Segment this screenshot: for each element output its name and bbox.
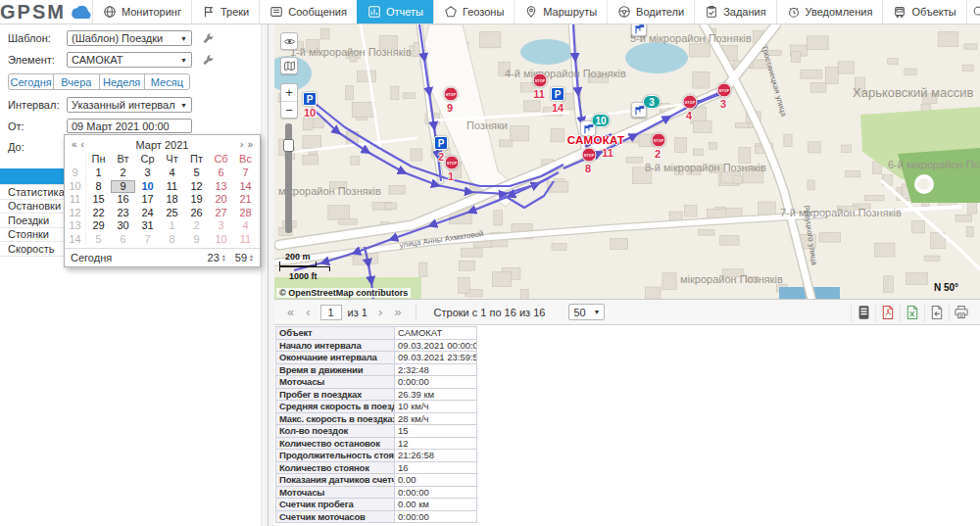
next-page-button[interactable]: › (372, 305, 388, 319)
print-export-button[interactable] (949, 303, 973, 322)
calendar-today-link[interactable]: Сегодня (71, 252, 199, 263)
calendar-day-cell[interactable]: 27 (209, 207, 233, 220)
excel-export-button[interactable] (900, 303, 924, 322)
nav-item-7[interactable]: Водители (607, 0, 694, 24)
calendar-day-cell[interactable]: 6 (209, 167, 233, 180)
stop-marker[interactable]: STOP (652, 133, 666, 148)
calendar-day-cell[interactable]: 16 (111, 193, 135, 207)
calendar-day-cell[interactable]: 7 (135, 233, 160, 247)
quick-range-3[interactable]: Неделя (99, 73, 145, 90)
zoom-in-button[interactable]: + (281, 84, 297, 101)
calendar-next-month-icon[interactable]: › (238, 139, 245, 150)
map-visibility-eye-button[interactable] (280, 32, 298, 50)
nav-item-1[interactable]: Мониторинг (92, 0, 191, 24)
nav-item-3[interactable]: Сообщения (259, 0, 357, 24)
calendar-day-cell[interactable]: 7 (233, 167, 258, 180)
calendar-day-cell[interactable]: 23 (111, 207, 135, 220)
prev-page-button[interactable]: ‹ (300, 305, 316, 319)
calendar-day-cell[interactable]: 11 (160, 180, 184, 194)
calendar-hour-spinner[interactable]: 23 ▲▼ (208, 252, 226, 263)
calendar-day-cell[interactable]: 5 (86, 233, 111, 247)
quick-range-1[interactable]: Сегодня (8, 73, 54, 90)
stop-marker[interactable]: STOP (444, 87, 459, 102)
export-export-button[interactable] (924, 303, 949, 322)
page-number-input[interactable]: 1 (320, 305, 342, 320)
parking-marker[interactable]: P (434, 136, 448, 150)
calendar-day-cell[interactable]: 24 (135, 207, 160, 220)
nav-item-2[interactable]: Треки (191, 0, 259, 24)
calendar-day-cell[interactable]: 4 (233, 219, 258, 233)
map-attribution[interactable]: © OpenStreetMap contributors (276, 288, 411, 298)
calendar-day-cell[interactable]: 22 (86, 207, 111, 220)
calendar-prev-month-icon[interactable]: ‹ (79, 139, 86, 150)
parking-marker[interactable]: P (551, 87, 564, 101)
calendar-day-cell[interactable]: 2 (184, 219, 209, 233)
calendar-day-cell[interactable]: 9 (184, 233, 209, 247)
pdf-export-button[interactable] (875, 303, 900, 322)
template-select[interactable]: (Шаблон) Поездки ▼ (67, 30, 192, 46)
nav-item-5[interactable]: Геозоны (433, 0, 514, 24)
quick-range-4[interactable]: Месяц (144, 73, 190, 90)
calendar-title[interactable]: Март 2021 (86, 139, 238, 151)
map-layers-button[interactable] (280, 57, 298, 74)
finish-flags-marker[interactable] (631, 24, 647, 36)
template-settings-wrench-icon[interactable] (202, 32, 215, 45)
date-from-input[interactable]: 09 Март 2021 00:00 (67, 119, 192, 133)
calendar-day-cell[interactable]: 6 (111, 233, 135, 247)
calendar-day-cell[interactable]: 3 (209, 219, 233, 233)
calendar-day-cell[interactable]: 10 (209, 233, 233, 247)
calendar-day-cell[interactable]: 11 (233, 233, 258, 247)
calendar-day-cell[interactable]: 8 (86, 180, 111, 194)
calendar-day-cell[interactable]: 19 (184, 193, 209, 207)
nav-item-9[interactable]: Уведомления (776, 0, 883, 24)
calendar-day-cell[interactable]: 17 (135, 193, 160, 207)
calendar-day-cell[interactable]: 14 (233, 180, 258, 194)
interval-select[interactable]: Указанный интервал ▼ (67, 97, 192, 113)
nav-item-4[interactable]: Отчеты (357, 0, 433, 24)
calendar-day-cell[interactable]: 31 (135, 219, 160, 233)
stop-marker[interactable]: STOP (445, 156, 460, 170)
panel-splitter[interactable] (269, 24, 274, 526)
calendar-day-cell[interactable]: 4 (160, 167, 184, 180)
zoom-slider[interactable] (285, 123, 292, 233)
calendar-day-cell[interactable]: 13 (209, 180, 233, 194)
page-size-select[interactable]: 50 ▼ (568, 304, 605, 320)
nav-item-6[interactable]: Маршруты (514, 0, 607, 24)
quick-range-2[interactable]: Вчера (53, 73, 99, 90)
calendar-day-cell[interactable]: 20 (209, 193, 233, 207)
calendar-day-cell[interactable]: 5 (184, 167, 209, 180)
spinner-arrows-icon[interactable]: ▲▼ (249, 254, 254, 262)
spinner-arrows-icon[interactable]: ▲▼ (221, 254, 226, 262)
calendar-day-cell[interactable]: 12 (184, 180, 209, 194)
parking-marker[interactable]: P (303, 92, 317, 106)
calendar-day-cell[interactable]: 8 (160, 233, 184, 247)
calendar-day-cell[interactable]: 1 (86, 167, 111, 180)
stop-marker[interactable]: STOP (717, 83, 732, 98)
calendar-day-cell[interactable]: 25 (160, 207, 184, 220)
calendar-next-year-icon[interactable]: » (245, 139, 255, 150)
calendar-day-cell[interactable]: 3 (135, 167, 160, 180)
element-settings-wrench-icon[interactable] (202, 54, 215, 67)
element-select[interactable]: САМОКАТ ▼ (67, 52, 192, 68)
nav-item-10[interactable]: Объекты (882, 0, 965, 24)
first-page-button[interactable]: « (281, 305, 300, 319)
zoom-out-button[interactable]: − (281, 101, 297, 118)
last-page-button[interactable]: » (388, 305, 407, 319)
calendar-minute-spinner[interactable]: 59 ▲▼ (235, 252, 254, 263)
calendar-day-cell[interactable]: 2 (111, 167, 135, 180)
stop-marker[interactable]: STOP (533, 73, 548, 88)
zoom-slider-thumb[interactable] (283, 139, 294, 152)
calendar-day-cell[interactable]: 26 (184, 207, 209, 220)
nav-item-8[interactable]: Задания (694, 0, 775, 24)
calendar-prev-year-icon[interactable]: « (70, 139, 79, 150)
calendar-day-cell[interactable]: 18 (160, 193, 184, 207)
app-logo[interactable]: GPSM (0, 0, 92, 24)
search-button[interactable] (966, 0, 980, 24)
calendar-day-cell[interactable]: 1 (160, 219, 184, 233)
calendar-day-cell[interactable]: 28 (233, 207, 258, 220)
stop-marker[interactable]: STOP (683, 95, 698, 110)
panel-scrollbar[interactable] (261, 24, 268, 526)
calendar-day-cell[interactable]: 30 (111, 219, 135, 233)
stop-marker[interactable]: STOP (582, 148, 597, 163)
tracked-object-label[interactable]: САМОКАТ (567, 134, 625, 146)
